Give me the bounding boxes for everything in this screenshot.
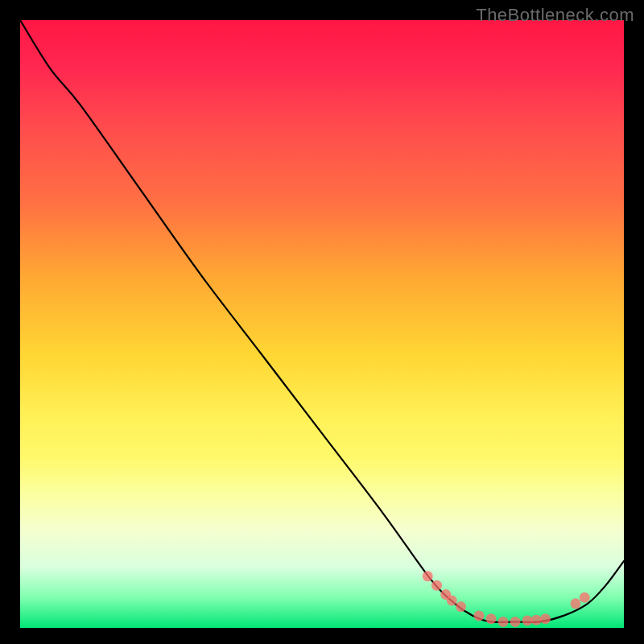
plot-gradient-background: [20, 20, 624, 628]
data-marker: [447, 596, 457, 606]
bottleneck-curve: [20, 20, 624, 622]
data-marker: [431, 580, 442, 591]
chart-svg: [20, 20, 624, 628]
data-marker: [531, 615, 542, 625]
data-marker: [571, 598, 581, 609]
data-marker: [580, 592, 590, 603]
data-marker: [522, 615, 533, 625]
data-marker: [510, 617, 521, 627]
data-markers: [423, 571, 590, 627]
data-marker: [456, 601, 466, 612]
watermark-text: TheBottleneck.com: [476, 5, 634, 26]
data-marker: [540, 613, 551, 624]
data-marker: [423, 571, 433, 581]
data-marker: [486, 613, 497, 624]
data-marker: [498, 617, 509, 627]
data-marker: [440, 589, 451, 600]
data-marker: [474, 610, 485, 621]
